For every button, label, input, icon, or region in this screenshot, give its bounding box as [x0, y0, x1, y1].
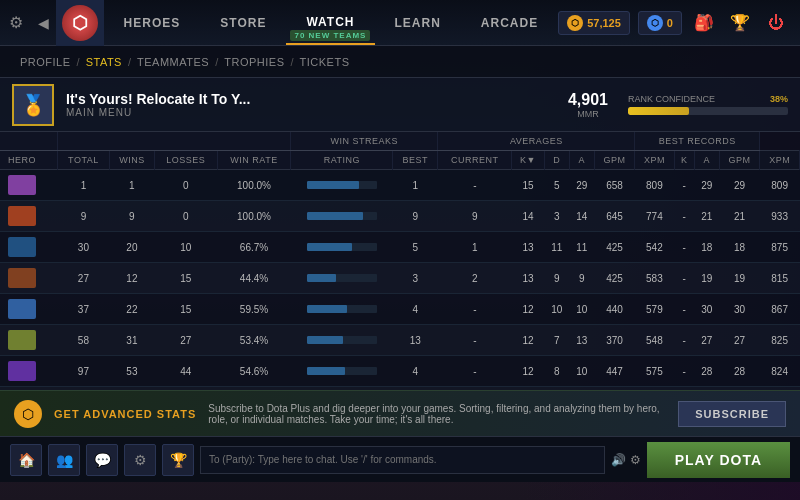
voice-icon[interactable]: 🔊 [611, 453, 626, 467]
achievements-bottom-icon[interactable]: 🏆 [162, 444, 194, 476]
hero-cell[interactable] [0, 170, 58, 201]
settings-small-icon[interactable]: ⚙ [630, 453, 641, 467]
gold-currency[interactable]: ⬡ 57,125 [558, 11, 630, 35]
th-gpm[interactable]: GPM [594, 151, 635, 170]
a-cell: 9 [569, 263, 594, 294]
xpm-cell: 579 [635, 294, 674, 325]
th-total[interactable]: TOTAL [58, 151, 110, 170]
wins-cell: 22 [109, 294, 154, 325]
nav-watch[interactable]: WATCH 70 New Teams [286, 0, 374, 45]
total-cell: 30 [58, 232, 110, 263]
current-streak-cell: 9 [438, 201, 512, 232]
best-gpm-cell: 27 [719, 325, 760, 356]
stats-tbody: 1 1 0 100.0% 1 - 15 5 29 658 809 - 29 29… [0, 170, 800, 391]
settings-icon[interactable]: ⚙ [124, 444, 156, 476]
hero-cell[interactable] [0, 201, 58, 232]
subnav-tickets[interactable]: TICKETS [300, 56, 350, 68]
th-xpm[interactable]: XPM [635, 151, 674, 170]
th-wins[interactable]: WINS [109, 151, 154, 170]
rating-cell [291, 356, 393, 387]
nav-store[interactable]: STORE [200, 0, 286, 45]
play-dota-button[interactable]: PLAY DOTA [647, 442, 790, 478]
xpm-cell: 548 [635, 325, 674, 356]
secondary-currency[interactable]: ⬡ 0 [638, 11, 682, 35]
achievements-icon[interactable]: 🏆 [726, 9, 754, 37]
promo-bar: ⬡ GET ADVANCED STATS Subscribe to Dota P… [0, 390, 800, 436]
nav-arcade[interactable]: ARCADE [461, 0, 558, 45]
hero-cell[interactable] [0, 325, 58, 356]
inventory-icon[interactable]: 🎒 [690, 9, 718, 37]
best-k-cell: - [674, 170, 694, 201]
mmr-label: MMR [568, 109, 608, 119]
dota-logo[interactable]: ⬡ [56, 0, 104, 46]
th-a[interactable]: A [569, 151, 594, 170]
friends-icon[interactable]: 👥 [48, 444, 80, 476]
th-winrate[interactable]: WIN RATE [217, 151, 291, 170]
nav-learn[interactable]: LEARN [375, 0, 461, 45]
th-rating[interactable]: RATING [291, 151, 393, 170]
subscribe-button[interactable]: SUBSCRIBE [678, 401, 786, 427]
subnav-profile[interactable]: PROFILE [20, 56, 71, 68]
th-k[interactable]: K▼ [512, 151, 545, 170]
rating-cell [291, 201, 393, 232]
bottom-right-icons: 🔊 ⚙ [611, 453, 641, 467]
th-bxpm[interactable]: XPM [760, 151, 800, 170]
wins-cell: 31 [109, 325, 154, 356]
xpm-cell: 774 [635, 201, 674, 232]
stats-container[interactable]: WIN STREAKS AVERAGES BEST RECORDS HERO T… [0, 132, 800, 390]
current-streak-cell: 2 [438, 263, 512, 294]
gpm-cell: 658 [594, 170, 635, 201]
th-ba[interactable]: A [694, 151, 719, 170]
chat-input[interactable] [200, 446, 605, 474]
col-group-row: WIN STREAKS AVERAGES BEST RECORDS [0, 132, 800, 151]
promo-text: Subscribe to Dota Plus and dig deeper in… [208, 403, 666, 425]
hero-cell[interactable] [0, 294, 58, 325]
gear-icon[interactable]: ⚙ [0, 0, 32, 46]
gpm-cell: 447 [594, 356, 635, 387]
k-cell: 14 [512, 201, 545, 232]
power-icon[interactable]: ⏻ [762, 9, 790, 37]
best-xpm-cell: 933 [760, 201, 800, 232]
d-cell: 9 [544, 263, 569, 294]
k-cell: 15 [512, 170, 545, 201]
losses-cell: 27 [154, 325, 217, 356]
th-hero[interactable]: HERO [0, 151, 58, 170]
hero-cell[interactable] [0, 356, 58, 387]
current-streak-cell: - [438, 170, 512, 201]
promo-label: GET ADVANCED STATS [54, 408, 196, 420]
winrate-cell: 100.0% [217, 201, 291, 232]
wins-cell: 53 [109, 356, 154, 387]
hero-cell[interactable] [0, 232, 58, 263]
back-arrow-icon[interactable]: ◀ [32, 0, 56, 46]
th-current[interactable]: CURRENT [438, 151, 512, 170]
th-d[interactable]: D [544, 151, 569, 170]
best-xpm-cell: 867 [760, 294, 800, 325]
subnav-stats[interactable]: STATS [86, 56, 122, 68]
home-icon[interactable]: 🏠 [10, 444, 42, 476]
chat-icon[interactable]: 💬 [86, 444, 118, 476]
a-cell: 13 [569, 325, 594, 356]
d-cell: 7 [544, 325, 569, 356]
th-bk[interactable]: K [674, 151, 694, 170]
k-cell: 12 [512, 356, 545, 387]
th-bgpm[interactable]: GPM [719, 151, 760, 170]
rating-cell [291, 232, 393, 263]
th-losses[interactable]: LOSSES [154, 151, 217, 170]
th-best[interactable]: BEST [393, 151, 438, 170]
rating-cell [291, 170, 393, 201]
best-k-cell: - [674, 356, 694, 387]
k-cell: 13 [512, 263, 545, 294]
hero-cell[interactable] [0, 263, 58, 294]
rank-bar-fill [628, 107, 689, 115]
gpm-cell: 425 [594, 232, 635, 263]
nav-heroes[interactable]: HEROES [104, 0, 201, 45]
best-xpm-cell: 809 [760, 170, 800, 201]
subnav-teammates[interactable]: TEAMMATES [137, 56, 209, 68]
a-cell: 10 [569, 294, 594, 325]
best-records-header: BEST RECORDS [635, 132, 760, 151]
table-row: 97 53 44 54.6% 4 - 12 8 10 447 575 - 28 … [0, 356, 800, 387]
losses-cell: 0 [154, 201, 217, 232]
subnav-trophies[interactable]: TROPHIES [224, 56, 284, 68]
winrate-cell: 54.6% [217, 356, 291, 387]
averages-header: AVERAGES [438, 132, 635, 151]
